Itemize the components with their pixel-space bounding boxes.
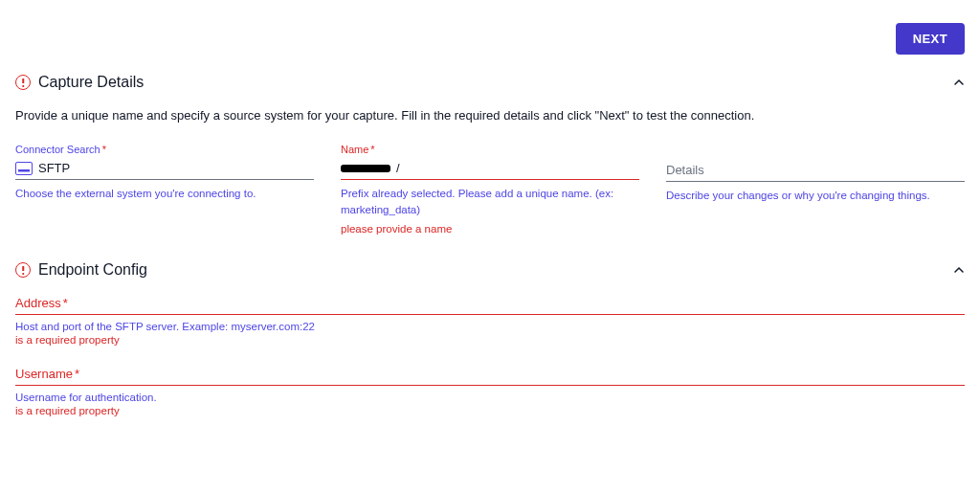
connector-helper: Choose the external system you're connec… xyxy=(15,186,314,202)
capture-details-header[interactable]: Capture Details xyxy=(15,74,965,91)
capture-description: Provide a unique name and specify a sour… xyxy=(15,108,965,123)
section-title-wrap: Endpoint Config xyxy=(15,261,147,279)
details-helper: Describe your changes or why you're chan… xyxy=(666,188,965,204)
address-label: Address* xyxy=(15,296,965,310)
alert-icon xyxy=(15,75,31,90)
endpoint-config-title: Endpoint Config xyxy=(38,261,147,279)
username-field: Username* Username for authentication. i… xyxy=(15,367,965,416)
endpoint-config-section: Endpoint Config Address* Host and port o… xyxy=(15,261,965,416)
connector-search-input[interactable]: SFTP xyxy=(15,159,314,180)
name-field: Name* / Prefix already selected. Please … xyxy=(341,144,639,235)
name-prefix-redacted xyxy=(341,165,390,172)
username-label: Username* xyxy=(15,367,965,381)
username-error: is a required property xyxy=(15,405,965,416)
address-error: is a required property xyxy=(15,334,965,346)
capture-details-section: Capture Details Provide a unique name an… xyxy=(15,74,965,235)
address-input[interactable] xyxy=(15,314,965,315)
capture-fields-row: Connector Search* SFTP Choose the extern… xyxy=(15,144,965,235)
connector-value: SFTP xyxy=(38,161,70,175)
username-input[interactable] xyxy=(15,385,965,386)
address-helper: Host and port of the SFTP server. Exampl… xyxy=(15,321,965,332)
name-slash: / xyxy=(396,161,400,175)
next-button[interactable]: NEXT xyxy=(896,23,965,55)
svg-rect-0 xyxy=(16,162,33,174)
connector-icon xyxy=(15,162,33,175)
top-bar: NEXT xyxy=(15,15,965,74)
details-input[interactable]: Details xyxy=(666,161,965,182)
name-label: Name* xyxy=(341,144,639,155)
username-helper: Username for authentication. xyxy=(15,392,965,403)
address-field: Address* Host and port of the SFTP serve… xyxy=(15,296,965,346)
chevron-up-icon xyxy=(953,264,965,276)
connector-label: Connector Search* xyxy=(15,144,314,155)
details-field: Details Describe your changes or why you… xyxy=(666,144,965,235)
name-error: please provide a name xyxy=(341,223,639,235)
name-input[interactable]: / xyxy=(341,159,639,180)
capture-details-title: Capture Details xyxy=(38,74,144,91)
alert-icon xyxy=(15,262,31,278)
name-helper: Prefix already selected. Please add a un… xyxy=(341,186,639,217)
svg-rect-1 xyxy=(18,169,30,172)
details-placeholder: Details xyxy=(666,163,704,177)
connector-field: Connector Search* SFTP Choose the extern… xyxy=(15,144,314,235)
endpoint-config-header[interactable]: Endpoint Config xyxy=(15,261,965,279)
section-title-wrap: Capture Details xyxy=(15,74,144,91)
chevron-up-icon xyxy=(953,77,965,88)
